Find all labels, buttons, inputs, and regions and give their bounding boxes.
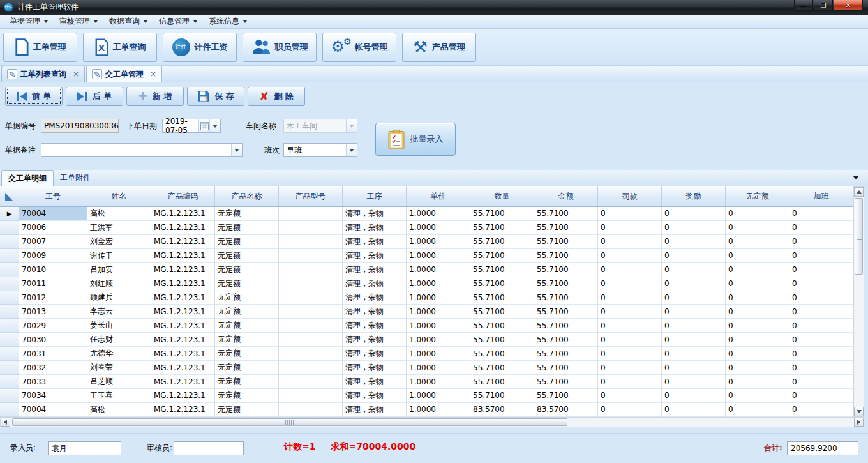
grid-cell[interactable]: 清理，杂物 bbox=[343, 361, 407, 375]
workshop-select[interactable]: 木工车间 bbox=[283, 119, 357, 133]
horizontal-scrollbar[interactable] bbox=[0, 417, 864, 427]
row-selector[interactable] bbox=[0, 319, 19, 333]
grid-cell[interactable]: MG.1.2.123.1 bbox=[151, 249, 215, 263]
scroll-up-button[interactable] bbox=[854, 187, 864, 197]
grid-column-header[interactable]: 产品名称 bbox=[215, 186, 279, 206]
grid-column-header[interactable]: 罚款 bbox=[598, 186, 662, 206]
grid-cell[interactable]: 0 bbox=[726, 347, 789, 361]
grid-cell[interactable]: 0 bbox=[662, 361, 726, 375]
grid-cell[interactable]: 无定额 bbox=[215, 277, 279, 291]
grid-cell[interactable]: 无定额 bbox=[215, 263, 279, 277]
grid-cell[interactable] bbox=[279, 263, 343, 277]
grid-cell[interactable]: 清理，杂物 bbox=[343, 403, 407, 417]
grid-cell[interactable]: 1.0000 bbox=[407, 305, 470, 319]
grid-cell[interactable]: 0 bbox=[598, 207, 662, 221]
grid-cell[interactable] bbox=[279, 389, 343, 403]
grid-cell[interactable]: 0 bbox=[726, 361, 789, 375]
grid-cell[interactable]: 清理，杂物 bbox=[343, 291, 407, 305]
row-selector[interactable] bbox=[0, 263, 19, 277]
grid-cell[interactable]: 0 bbox=[662, 319, 726, 333]
grid-column-header[interactable]: 金额 bbox=[534, 186, 598, 206]
grid-cell[interactable]: MG.1.2.123.1 bbox=[151, 333, 215, 347]
row-selector[interactable]: ▶ bbox=[0, 207, 19, 221]
row-selector[interactable] bbox=[0, 249, 19, 263]
row-selector[interactable] bbox=[0, 389, 19, 403]
grid-cell[interactable]: 1.0000 bbox=[407, 319, 470, 333]
row-selector[interactable] bbox=[0, 291, 19, 305]
grid-cell[interactable] bbox=[279, 347, 343, 361]
menu-item-data-query[interactable]: 数据查询 bbox=[103, 15, 153, 28]
row-selector[interactable] bbox=[0, 235, 19, 249]
tab-delivery-order-management[interactable]: ✎ 交工单管理 × bbox=[86, 66, 162, 82]
grid-cell[interactable]: 高松 bbox=[87, 403, 151, 417]
grid-cell[interactable]: 吕芝顺 bbox=[87, 375, 151, 389]
grid-cell[interactable]: 0 bbox=[598, 305, 662, 319]
grid-cell[interactable]: 0 bbox=[598, 375, 662, 389]
grid-cell[interactable] bbox=[279, 249, 343, 263]
grid-cell[interactable]: 无定额 bbox=[215, 347, 279, 361]
dropdown-button[interactable] bbox=[346, 144, 357, 156]
grid-cell[interactable] bbox=[279, 221, 343, 235]
grid-cell[interactable]: 0 bbox=[789, 375, 853, 389]
grid-cell[interactable]: 0 bbox=[598, 361, 662, 375]
grid-cell[interactable]: 任志财 bbox=[87, 333, 151, 347]
grid-cell[interactable]: 55.7100 bbox=[470, 221, 534, 235]
remark-combo[interactable] bbox=[41, 143, 243, 157]
grid-cell[interactable]: 55.7100 bbox=[470, 347, 534, 361]
grid-cell[interactable]: 70006 bbox=[19, 221, 87, 235]
shift-select[interactable]: 早班 bbox=[283, 143, 357, 157]
grid-cell[interactable]: 1.0000 bbox=[407, 375, 470, 389]
grid-cell[interactable]: 刘红顺 bbox=[87, 277, 151, 291]
tab-order-attachments[interactable]: 工单附件 bbox=[54, 170, 97, 186]
grid-cell[interactable]: 0 bbox=[662, 249, 726, 263]
grid-cell[interactable]: 0 bbox=[598, 347, 662, 361]
grid-cell[interactable]: 0 bbox=[598, 389, 662, 403]
grid-cell[interactable]: 顾建兵 bbox=[87, 291, 151, 305]
grid-cell[interactable]: 0 bbox=[662, 263, 726, 277]
grid-cell[interactable]: 0 bbox=[662, 221, 726, 235]
grid-cell[interactable]: 1.0000 bbox=[407, 207, 470, 221]
grid-cell[interactable]: 0 bbox=[789, 207, 853, 221]
close-button[interactable]: ✕ bbox=[834, 0, 863, 11]
grid-cell[interactable]: 70034 bbox=[19, 389, 87, 403]
vertical-scroll-thumb[interactable] bbox=[855, 198, 863, 275]
grid-cell[interactable]: 70012 bbox=[19, 291, 87, 305]
grid-cell[interactable]: 83.5700 bbox=[470, 403, 534, 417]
grid-cell[interactable]: 清理，杂物 bbox=[343, 389, 407, 403]
grid-cell[interactable]: 0 bbox=[598, 263, 662, 277]
grid-cell[interactable]: 55.7100 bbox=[534, 305, 598, 319]
grid-cell[interactable] bbox=[279, 403, 343, 417]
grid-cell[interactable]: 0 bbox=[726, 207, 789, 221]
grid-cell[interactable]: 王玉喜 bbox=[87, 389, 151, 403]
grid-cell[interactable]: 无定额 bbox=[215, 375, 279, 389]
grid-cell[interactable] bbox=[279, 375, 343, 389]
grid-cell[interactable]: 1.0000 bbox=[407, 403, 470, 417]
grid-cell[interactable]: 1.0000 bbox=[407, 221, 470, 235]
delete-button[interactable]: ✘ 删 除 bbox=[248, 87, 305, 106]
grid-cell[interactable]: 70010 bbox=[19, 263, 87, 277]
grid-column-header[interactable]: 加班 bbox=[789, 186, 853, 206]
grid-cell[interactable]: 55.7100 bbox=[470, 291, 534, 305]
grid-cell[interactable]: 55.7100 bbox=[470, 235, 534, 249]
grid-cell[interactable]: 55.7100 bbox=[534, 347, 598, 361]
grid-cell[interactable]: 0 bbox=[598, 277, 662, 291]
row-selector[interactable] bbox=[0, 403, 19, 417]
grid-cell[interactable]: 0 bbox=[662, 375, 726, 389]
menu-item-system-info[interactable]: 系统信息 bbox=[203, 15, 253, 28]
grid-cell[interactable]: 0 bbox=[726, 249, 789, 263]
grid-cell[interactable]: MG.1.2.123.1 bbox=[151, 361, 215, 375]
grid-cell[interactable]: 0 bbox=[789, 249, 853, 263]
tab-delivery-detail[interactable]: 交工单明细 bbox=[1, 170, 54, 186]
grid-cell[interactable]: 55.7100 bbox=[470, 375, 534, 389]
grid-cell[interactable]: 0 bbox=[789, 319, 853, 333]
grid-cell[interactable]: 0 bbox=[598, 249, 662, 263]
grid-cell[interactable]: 70029 bbox=[19, 319, 87, 333]
grid-cell[interactable]: 1.0000 bbox=[407, 291, 470, 305]
grid-cell[interactable]: 0 bbox=[598, 333, 662, 347]
grid-cell[interactable]: 55.7100 bbox=[470, 263, 534, 277]
grid-cell[interactable]: 1.0000 bbox=[407, 333, 470, 347]
grid-cell[interactable]: 0 bbox=[598, 221, 662, 235]
grid-cell[interactable]: 刘金宏 bbox=[87, 235, 151, 249]
grid-cell[interactable]: 70030 bbox=[19, 333, 87, 347]
grid-cell[interactable]: 0 bbox=[598, 235, 662, 249]
